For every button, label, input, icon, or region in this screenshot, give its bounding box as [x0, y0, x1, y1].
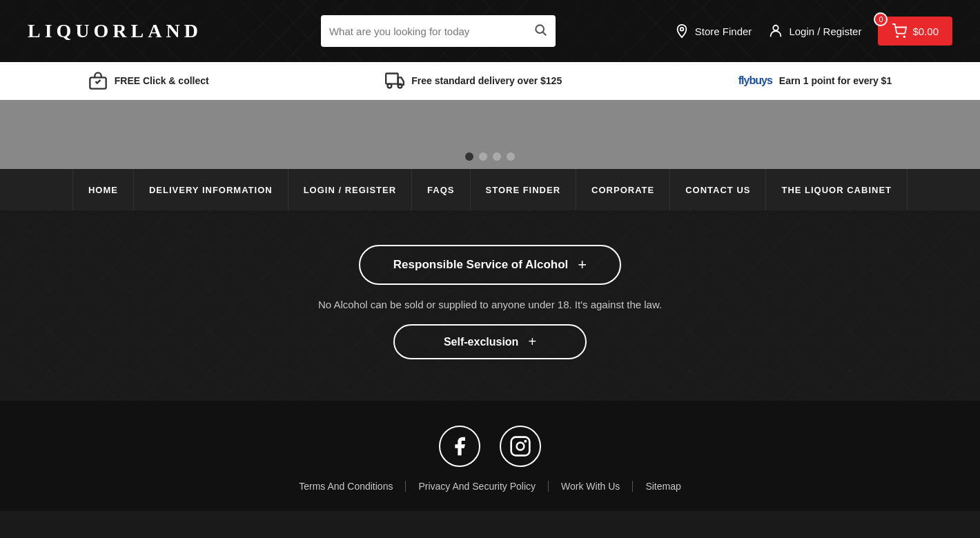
svg-line-1: [543, 32, 547, 36]
rsa-button[interactable]: Responsible Service of Alcohol +: [359, 245, 621, 285]
promo-click-collect: FREE Click & collect: [88, 71, 209, 90]
svg-point-11: [517, 443, 525, 450]
rsa-button-label: Responsible Service of Alcohol: [393, 258, 569, 272]
footer-dark-section: HOME DELIVERY INFORMATION LOGIN / REGIST…: [0, 169, 980, 401]
location-icon: [674, 23, 689, 39]
footer-link-sitemap[interactable]: Sitemap: [633, 481, 693, 492]
site-header: LIQUORLAND Store Finder Login / Register: [0, 0, 980, 62]
social-footer: Terms And Conditions Privacy And Securit…: [0, 401, 980, 511]
facebook-icon: [449, 435, 471, 457]
promo-delivery: Free standard delivery over $125: [385, 71, 562, 90]
delivery-icon: [385, 71, 404, 90]
instagram-icon: [509, 435, 531, 457]
header-actions: Store Finder Login / Register 0 $0.00: [674, 17, 952, 46]
store-finder-label: Store Finder: [695, 26, 752, 37]
nav-item-liquor-cabinet[interactable]: THE LIQUOR CABINET: [766, 169, 908, 210]
rsa-subtext: No Alcohol can be sold or supplied to an…: [318, 299, 662, 310]
flybuys-logo: flybuys: [738, 74, 772, 87]
login-label: Login / Register: [789, 26, 861, 37]
click-collect-icon: [88, 71, 108, 90]
svg-point-3: [774, 26, 778, 30]
nav-item-corporate[interactable]: CORPORATE: [576, 169, 670, 210]
nav-item-home[interactable]: HOME: [72, 169, 134, 210]
nav-item-login[interactable]: LOGIN / REGISTER: [288, 169, 412, 210]
login-link[interactable]: Login / Register: [768, 23, 861, 39]
nav-item-faqs[interactable]: FAQS: [412, 169, 470, 210]
self-exclusion-button[interactable]: Self-exclusion +: [393, 324, 587, 359]
self-exclusion-label: Self-exclusion: [444, 336, 518, 348]
svg-point-0: [536, 25, 544, 33]
footer-link-terms[interactable]: Terms And Conditions: [286, 481, 406, 492]
facebook-button[interactable]: [439, 426, 480, 467]
main-nav: HOME DELIVERY INFORMATION LOGIN / REGIST…: [0, 169, 980, 210]
rsa-plus-icon: +: [578, 256, 587, 274]
cart-price: $0.00: [912, 26, 939, 37]
svg-point-9: [398, 84, 402, 88]
nav-item-store-finder[interactable]: STORE FINDER: [471, 169, 577, 210]
cart-badge: 0: [874, 12, 888, 26]
search-icon: [533, 23, 547, 39]
hero-banner: [0, 100, 980, 169]
svg-point-8: [388, 84, 392, 88]
carousel-dot-2[interactable]: [479, 152, 487, 161]
user-icon: [768, 23, 783, 39]
promo-flybuys: flybuys Earn 1 point for every $1: [738, 74, 892, 87]
social-icons: [439, 426, 541, 467]
svg-point-12: [524, 440, 527, 443]
self-exclusion-plus-icon: +: [528, 334, 536, 350]
footer-link-privacy[interactable]: Privacy And Security Policy: [406, 481, 549, 492]
nav-item-delivery[interactable]: DELIVERY INFORMATION: [134, 169, 288, 210]
carousel-dot-4[interactable]: [507, 152, 515, 161]
svg-point-5: [904, 36, 905, 37]
promo-bar: FREE Click & collect Free standard deliv…: [0, 62, 980, 100]
cart-icon: [892, 23, 907, 39]
site-logo: LIQUORLAND: [28, 20, 202, 42]
svg-point-4: [897, 36, 899, 37]
rsa-section: Responsible Service of Alcohol + No Alco…: [0, 210, 980, 401]
footer-links: Terms And Conditions Privacy And Securit…: [286, 481, 693, 492]
svg-rect-7: [386, 74, 398, 84]
carousel-dot-1[interactable]: [465, 152, 473, 161]
store-finder-link[interactable]: Store Finder: [674, 23, 752, 39]
instagram-button[interactable]: [500, 426, 541, 467]
search-bar[interactable]: [321, 15, 556, 47]
nav-item-contact[interactable]: CONTACT US: [670, 169, 766, 210]
carousel-dots: [465, 152, 515, 161]
carousel-dot-3[interactable]: [493, 152, 501, 161]
footer-link-work[interactable]: Work With Us: [549, 481, 633, 492]
svg-point-2: [680, 28, 684, 31]
search-input[interactable]: [329, 26, 528, 37]
svg-rect-10: [511, 437, 530, 456]
click-collect-text: FREE Click & collect: [115, 75, 209, 86]
delivery-text: Free standard delivery over $125: [411, 75, 562, 86]
cart-button[interactable]: 0 $0.00: [878, 17, 952, 46]
flybuys-text: Earn 1 point for every $1: [779, 75, 892, 86]
